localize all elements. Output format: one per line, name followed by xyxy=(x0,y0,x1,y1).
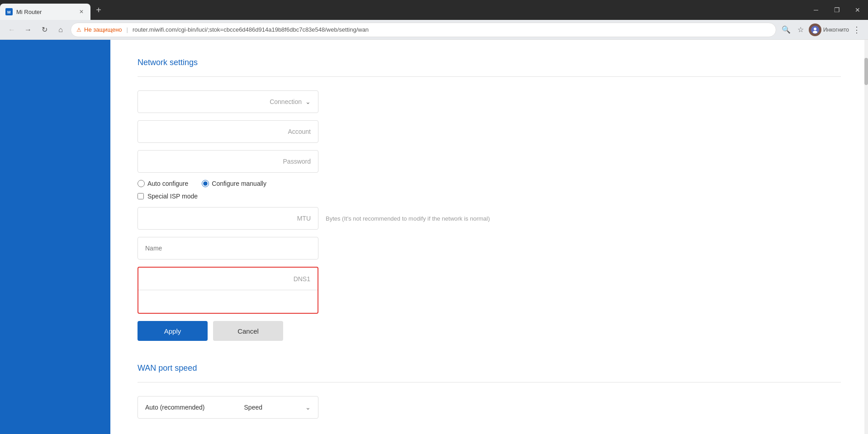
scrollbar-thumb[interactable] xyxy=(864,58,868,85)
incognito-label: Инкогнито xyxy=(823,27,849,33)
connection-label: Connection xyxy=(270,98,302,105)
nav-bar: ← → ↻ ⌂ ⚠ Не защищено | router.miwifi.co… xyxy=(0,20,868,40)
network-settings-title: Network settings xyxy=(138,58,841,67)
auto-configure-radio[interactable] xyxy=(138,180,145,187)
special-isp-label[interactable]: Special ISP mode xyxy=(147,193,198,200)
nav-right-controls: 🔍 ☆ Инкогнито ⋮ xyxy=(780,24,863,36)
dns1-field[interactable]: 8.8.4.4 DNS1 xyxy=(138,268,318,290)
mtu-hint: Bytes (It's not recommended to modify if… xyxy=(326,215,490,222)
browser-tab-bar: M Mi Router ✕ + ─ ❐ ✕ xyxy=(0,0,868,20)
dns2-field[interactable]: 8.8.8.8 xyxy=(138,290,318,313)
account-label: Account xyxy=(288,128,311,135)
refresh-button[interactable]: ↻ xyxy=(38,24,51,36)
section-divider xyxy=(138,76,841,77)
account-field: user77324 Account xyxy=(138,120,841,143)
mtu-field: 1480 MTU Bytes (It's not recommended to … xyxy=(138,207,841,230)
configure-mode-group: Auto configure Configure manually xyxy=(138,180,841,187)
scrollbar[interactable] xyxy=(864,40,868,434)
network-settings-section: Network settings PPPoE Connection ⌄ user… xyxy=(138,58,841,341)
page-wrapper: Network settings PPPoE Connection ⌄ user… xyxy=(0,40,868,434)
restore-button[interactable]: ❐ xyxy=(826,3,847,17)
cancel-button[interactable]: Cancel xyxy=(213,321,283,341)
url-text: router.miwifi.com/cgi-bin/luci/;stok=cbc… xyxy=(133,26,770,33)
active-tab[interactable]: M Mi Router ✕ xyxy=(0,4,90,20)
home-button[interactable]: ⌂ xyxy=(54,24,67,36)
search-icon[interactable]: 🔍 xyxy=(780,24,792,36)
name-field-container[interactable] xyxy=(138,237,318,259)
password-field: pflhdnrj Password xyxy=(138,150,841,173)
configure-manually-option[interactable]: Configure manually xyxy=(202,180,266,187)
speed-select[interactable]: Auto (recommended) Speed ⌄ xyxy=(138,396,318,419)
dns2-input[interactable]: 8.8.8.8 xyxy=(146,298,310,305)
not-secure-label: Не защищено xyxy=(84,26,122,33)
forward-button[interactable]: → xyxy=(22,24,34,36)
close-button[interactable]: ✕ xyxy=(847,3,868,17)
dns1-label: DNS1 xyxy=(294,275,310,283)
speed-dropdown-arrow: ⌄ xyxy=(305,404,311,411)
tab-favicon: M xyxy=(5,8,13,15)
action-buttons: Apply Cancel xyxy=(138,321,841,341)
special-isp-group: Special ISP mode xyxy=(138,193,841,200)
back-button[interactable]: ← xyxy=(5,24,18,36)
tab-close-button[interactable]: ✕ xyxy=(78,8,85,15)
svg-point-3 xyxy=(814,28,816,30)
tab-title: Mi Router xyxy=(16,9,74,15)
account-input[interactable]: user77324 xyxy=(145,128,288,135)
password-input-container[interactable]: pflhdnrj Password xyxy=(138,150,318,173)
bookmark-icon[interactable]: ☆ xyxy=(794,24,807,36)
new-tab-button[interactable]: + xyxy=(92,4,105,16)
dns1-input[interactable]: 8.8.4.4 xyxy=(146,275,294,283)
speed-value: Auto (recommended) xyxy=(145,404,205,411)
speed-label: Speed xyxy=(244,404,262,411)
password-label: Password xyxy=(283,158,311,165)
account-input-container[interactable]: user77324 Account xyxy=(138,120,318,143)
menu-button[interactable]: ⋮ xyxy=(851,25,863,35)
main-content: Network settings PPPoE Connection ⌄ user… xyxy=(110,40,868,434)
connection-field: PPPoE Connection ⌄ xyxy=(138,90,841,113)
svg-point-4 xyxy=(813,31,817,33)
window-controls: ─ ❐ ✕ xyxy=(806,0,868,20)
mtu-label: MTU xyxy=(297,215,311,222)
auto-configure-option[interactable]: Auto configure xyxy=(138,180,188,187)
connection-dropdown[interactable]: PPPoE Connection ⌄ xyxy=(138,90,318,113)
dns-section: 8.8.4.4 DNS1 8.8.8.8 xyxy=(138,267,318,314)
minimize-button[interactable]: ─ xyxy=(806,3,826,17)
connection-dropdown-arrow: ⌄ xyxy=(305,98,311,105)
connection-input[interactable]: PPPoE xyxy=(145,98,270,105)
configure-manually-radio[interactable] xyxy=(202,180,209,187)
address-bar[interactable]: ⚠ Не защищено | router.miwifi.com/cgi-bi… xyxy=(71,23,776,37)
password-input[interactable]: pflhdnrj xyxy=(145,158,283,165)
sidebar xyxy=(0,40,110,434)
configure-manually-label: Configure manually xyxy=(212,180,266,187)
mtu-input-container[interactable]: 1480 MTU xyxy=(138,207,318,230)
security-warning-icon: ⚠ xyxy=(76,27,81,33)
name-input[interactable] xyxy=(145,245,311,252)
wan-port-title: WAN port speed xyxy=(138,363,841,373)
special-isp-checkbox[interactable] xyxy=(138,193,144,199)
auto-configure-label: Auto configure xyxy=(147,180,188,187)
wan-divider xyxy=(138,382,841,382)
wan-port-section: WAN port speed Auto (recommended) Speed … xyxy=(138,363,841,419)
svg-text:M: M xyxy=(7,10,11,14)
mtu-input[interactable]: 1480 xyxy=(145,215,297,222)
apply-button[interactable]: Apply xyxy=(138,321,208,341)
profile-button[interactable] xyxy=(809,24,821,36)
